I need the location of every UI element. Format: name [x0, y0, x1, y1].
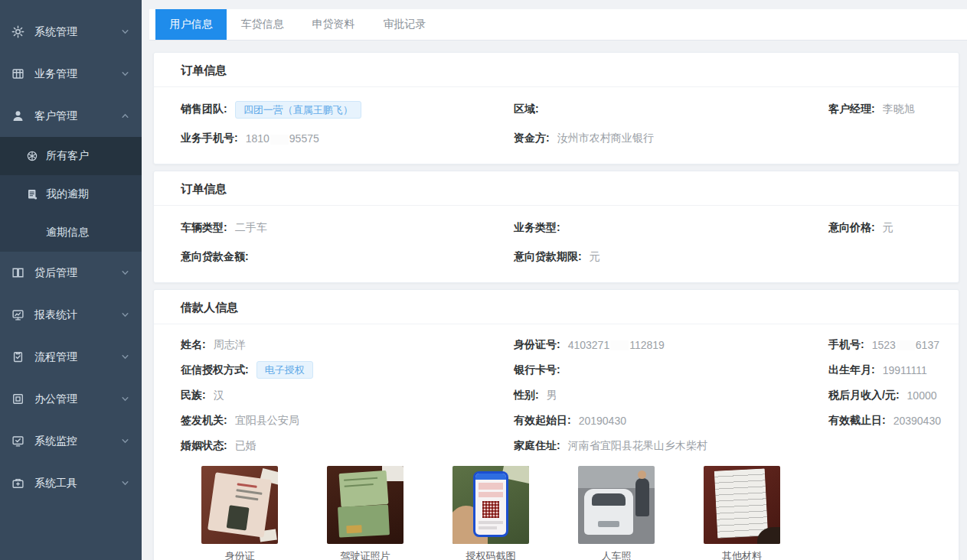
field-value: 4103271112819 [568, 339, 665, 351]
value-suffix: 6137 [916, 339, 939, 351]
sales-team-tag[interactable]: 四团一营（直属王鹏飞） [235, 101, 361, 119]
sidebar-item-customer-management[interactable]: 客户管理 [0, 95, 142, 137]
tab-label: 车贷信息 [241, 18, 284, 31]
photo-thumb-auth-qr-screenshot[interactable] [452, 466, 529, 544]
field-label: 意向贷款金额: [181, 250, 249, 264]
field-monthly-income: 税后月收入/元: 10000 [828, 389, 932, 402]
chevron-down-icon [121, 70, 129, 78]
sidebar-item-business-management[interactable]: 业务管理 [0, 53, 142, 95]
chevron-down-icon [121, 479, 129, 487]
tab-label: 用户信息 [170, 18, 213, 31]
book-icon [11, 265, 25, 280]
wheel-icon [25, 150, 38, 163]
field-row: 销售团队: 四团一营（直属王鹏飞） 区域: 客户经理: 李晓旭 [154, 95, 959, 124]
photo-thumb-license-booklet[interactable] [327, 466, 403, 544]
field-intended-loan-term: 意向贷款期限: 元 [514, 250, 828, 264]
sidebar-item-office-management[interactable]: 办公管理 [0, 378, 142, 420]
decor [638, 470, 646, 479]
sidebar-item-system-management[interactable]: 系统管理 [0, 11, 142, 53]
photo-thumb-document[interactable] [704, 466, 780, 544]
decor [207, 472, 272, 538]
field-business-phone: 业务手机号: 181095575 [181, 132, 514, 145]
field-birth-date: 出生年月: 19911111 [828, 363, 932, 377]
decor [345, 483, 374, 487]
field-home-address: 家庭住址: 河南省宜阳县花果山乡木柴村 [514, 439, 828, 453]
monitor-check-icon [11, 434, 25, 448]
card-title: 订单信息 [154, 53, 959, 87]
field-gender: 性别: 男 [514, 389, 828, 402]
decor [475, 474, 506, 480]
sidebar-item-label: 办公管理 [34, 392, 121, 406]
field-label: 业务手机号: [181, 132, 238, 145]
field-value: 181095575 [246, 132, 319, 145]
sidebar-item-label: 系统管理 [34, 25, 121, 39]
notebook-icon [25, 188, 38, 201]
sidebar-item-my-overdue[interactable]: 我的逾期 [0, 175, 142, 213]
field-value: 男 [547, 389, 557, 402]
decor [592, 493, 626, 506]
monitor-icon [11, 308, 25, 322]
sidebar-item-label: 逾期信息 [46, 226, 89, 239]
decor [338, 504, 390, 537]
field-funder: 资金方: 汝州市农村商业银行 [514, 132, 828, 145]
field-label: 婚姻状态: [181, 439, 227, 453]
decor [475, 474, 506, 535]
field-account-manager: 客户经理: 李晓旭 [828, 103, 932, 116]
field-label: 姓名: [181, 338, 206, 352]
sidebar-item-report-statistics[interactable]: 报表统计 [0, 294, 142, 336]
decor [344, 477, 377, 481]
chevron-down-icon [121, 269, 129, 277]
field-label: 民族: [181, 389, 206, 402]
decor [346, 525, 361, 533]
decor [479, 521, 503, 524]
clipboard-icon [11, 350, 25, 364]
tab-label: 申贷资料 [312, 18, 355, 31]
sidebar-item-postloan-management[interactable]: 贷后管理 [0, 252, 142, 294]
value-suffix: 95575 [289, 132, 319, 145]
tab-car-loan-info[interactable]: 车贷信息 [227, 9, 298, 40]
field-value: 宜阳县公安局 [235, 414, 299, 428]
sidebar-item-overdue-info[interactable]: 逾期信息 [0, 213, 142, 252]
field-value: 元 [883, 221, 893, 235]
field-value: 周志洋 [214, 338, 246, 352]
value-prefix: 1810 [246, 132, 270, 145]
tab-approval-records[interactable]: 审批记录 [369, 9, 440, 40]
field-sales-team: 销售团队: 四团一营（直属王鹏飞） [181, 101, 514, 119]
field-row: 姓名: 周志洋 身份证号: 4103271112819 手机号: 1523613… [154, 332, 959, 357]
customer-management-submenu: 所有客户 我的逾期 逾期信息 [0, 137, 142, 252]
card-title: 订单信息 [154, 171, 959, 206]
chevron-down-icon [121, 311, 129, 319]
tab-loan-application-docs[interactable]: 申贷资料 [298, 9, 369, 40]
field-row: 车辆类型: 二手车 业务类型: 意向价格: 元 [154, 213, 959, 243]
field-row: 意向贷款金额: 意向贷款期限: 元 [154, 243, 959, 272]
chevron-up-icon [121, 112, 129, 120]
sidebar-item-label: 报表统计 [34, 308, 121, 322]
detail-tabbar: 用户信息 车贷信息 申贷资料 审批记录 [149, 9, 967, 41]
field-mobile: 手机号: 15236137 [828, 338, 932, 352]
credit-auth-tag[interactable]: 电子授权 [256, 361, 313, 379]
square-icon [11, 392, 25, 406]
field-value: 元 [590, 250, 600, 264]
redaction-block [270, 135, 289, 145]
field-row: 婚姻状态: 已婚 家庭住址: 河南省宜阳县花果山乡木柴村 [154, 433, 959, 458]
sidebar-item-all-customers[interactable]: 所有客户 [0, 137, 142, 175]
field-valid-until: 有效截止日: 20390430 [828, 414, 932, 428]
chevron-down-icon [121, 28, 129, 36]
redaction-block [897, 340, 915, 350]
decor [479, 492, 503, 497]
field-intended-loan-amount: 意向贷款金额: [181, 250, 514, 264]
sidebar-item-system-tools[interactable]: 系统工具 [0, 462, 142, 504]
field-label: 意向贷款期限: [514, 250, 582, 264]
sidebar-item-label: 所有客户 [46, 149, 89, 163]
field-name: 姓名: 周志洋 [181, 338, 514, 352]
tab-user-info[interactable]: 用户信息 [155, 9, 227, 40]
sidebar-item-system-monitor[interactable]: 系统监控 [0, 420, 142, 462]
photo-thumb-person-with-car[interactable] [578, 466, 655, 544]
photo-label: 身份证 [201, 549, 278, 560]
sidebar-item-process-management[interactable]: 流程管理 [0, 336, 142, 378]
field-label: 征信授权方式: [181, 363, 249, 377]
photo-thumb-id-card[interactable] [201, 466, 278, 544]
field-label: 性别: [514, 389, 539, 402]
field-label: 有效截止日: [828, 414, 886, 428]
sidebar-item-label: 客户管理 [34, 109, 121, 123]
